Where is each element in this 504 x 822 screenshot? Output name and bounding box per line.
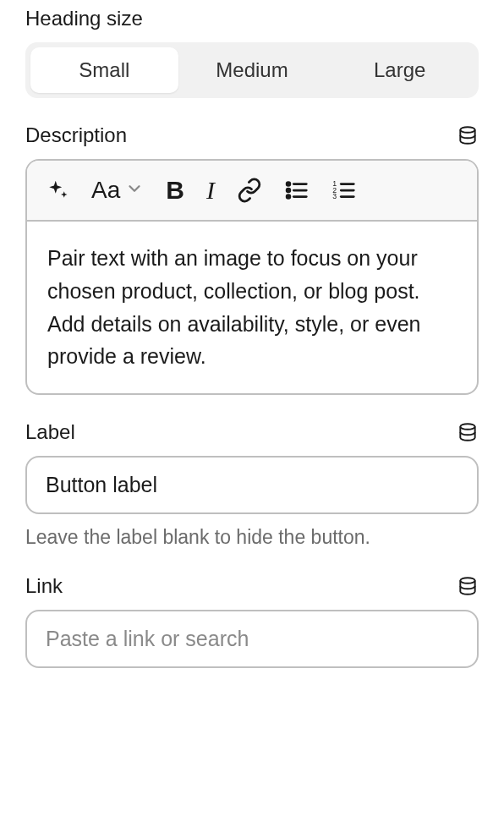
link-input[interactable]	[25, 610, 479, 668]
description-textarea[interactable]: Pair text with an image to focus on your…	[27, 222, 477, 393]
description-section: Description Aa	[25, 123, 479, 395]
link-section: Link	[25, 574, 479, 668]
chevron-down-icon	[125, 179, 144, 201]
dynamic-source-icon[interactable]	[457, 421, 479, 443]
description-editor: Aa B I	[25, 159, 479, 395]
dynamic-source-icon[interactable]	[457, 575, 479, 597]
heading-size-segmented: Small Medium Large	[25, 42, 479, 98]
description-label: Description	[25, 123, 127, 147]
button-label-input[interactable]	[25, 456, 479, 514]
button-label-header: Label	[25, 420, 479, 444]
font-style-button[interactable]: Aa	[91, 177, 144, 204]
italic-button[interactable]: I	[206, 176, 215, 205]
heading-size-label: Heading size	[25, 7, 479, 30]
svg-text:3: 3	[332, 192, 337, 200]
link-header: Link	[25, 574, 479, 598]
svg-point-5	[287, 195, 290, 199]
link-button[interactable]	[237, 178, 262, 203]
svg-point-1	[287, 183, 290, 186]
svg-point-3	[287, 189, 290, 192]
heading-size-option-medium[interactable]: Medium	[178, 47, 326, 93]
button-label-title: Label	[25, 420, 75, 444]
description-header: Description	[25, 123, 479, 147]
heading-size-option-large[interactable]: Large	[326, 47, 474, 93]
bold-button[interactable]: B	[166, 176, 184, 205]
numbered-list-button[interactable]: 1 2 3	[331, 178, 357, 203]
link-title: Link	[25, 574, 63, 598]
editor-toolbar: Aa B I	[27, 161, 477, 222]
font-aa-label: Aa	[91, 177, 120, 204]
heading-size-section: Heading size Small Medium Large	[25, 7, 479, 98]
button-label-section: Label Leave the label blank to hide the …	[25, 420, 479, 549]
heading-size-option-small[interactable]: Small	[30, 47, 178, 93]
svg-point-14	[460, 578, 474, 584]
button-label-help: Leave the label blank to hide the button…	[25, 526, 479, 549]
svg-point-0	[460, 127, 474, 133]
sparkle-icon[interactable]	[44, 178, 69, 203]
svg-point-13	[460, 424, 474, 430]
dynamic-source-icon[interactable]	[457, 124, 479, 146]
bullet-list-button[interactable]	[284, 178, 310, 203]
